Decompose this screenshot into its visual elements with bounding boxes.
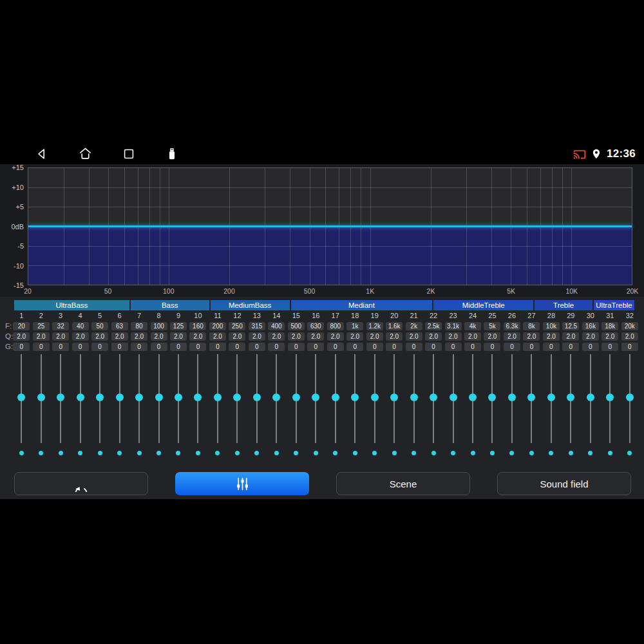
gain-slider-thumb[interactable] xyxy=(390,393,398,401)
channel-indicator-dot[interactable] xyxy=(215,451,220,455)
gain-slider-thumb[interactable] xyxy=(292,393,300,401)
channel-indicator-dot[interactable] xyxy=(569,451,573,455)
gain-slider-thumb[interactable] xyxy=(371,393,379,401)
gain-slider-thumb[interactable] xyxy=(194,393,202,401)
gain-value-chip: 0 xyxy=(170,343,187,351)
gain-slider-thumb[interactable] xyxy=(155,393,163,401)
channel-indicator-dot[interactable] xyxy=(353,451,357,455)
channel-indicator-dot[interactable] xyxy=(588,451,592,455)
q-value-chip: 2.0 xyxy=(366,332,383,341)
band-header-mediant: Mediant xyxy=(291,300,433,310)
channel-indicator-dot[interactable] xyxy=(392,451,397,455)
q-value-chip: 2.0 xyxy=(13,332,30,341)
gain-slider-thumb[interactable] xyxy=(233,393,241,401)
channel-indicator-dot[interactable] xyxy=(451,451,455,455)
channel-indicator-dot[interactable] xyxy=(176,451,180,455)
channel-indicator-dot[interactable] xyxy=(490,451,495,455)
gain-slider-thumb[interactable] xyxy=(527,393,535,401)
frequency-value-chip: 16k xyxy=(582,322,599,330)
q-value-chip: 2.0 xyxy=(425,332,442,341)
gain-slider-thumb[interactable] xyxy=(17,393,25,401)
q-value-chip: 2.0 xyxy=(543,332,560,341)
gain-slider-thumb[interactable] xyxy=(488,393,496,401)
channel-column: 0 xyxy=(561,342,580,351)
gain-slider-thumb[interactable] xyxy=(547,393,555,401)
channel-column: 29 xyxy=(561,311,580,320)
gain-slider-thumb[interactable] xyxy=(410,393,418,401)
channel-indicator-dot[interactable] xyxy=(78,451,82,455)
gain-slider-thumb[interactable] xyxy=(606,393,614,401)
gain-slider-thumb[interactable] xyxy=(312,393,319,401)
gain-slider-thumb[interactable] xyxy=(508,393,516,401)
home-icon[interactable] xyxy=(78,146,93,161)
channel-column xyxy=(424,450,443,455)
channel-number: 22 xyxy=(430,312,437,319)
gain-slider-thumb[interactable] xyxy=(37,393,45,401)
gain-slider-thumb[interactable] xyxy=(214,393,222,401)
channel-indicator-dot[interactable] xyxy=(471,451,475,455)
back-icon[interactable] xyxy=(35,147,49,161)
reset-button[interactable] xyxy=(14,472,148,495)
channel-indicator-dot[interactable] xyxy=(117,451,122,455)
channel-column xyxy=(12,450,31,455)
gain-slider-thumb[interactable] xyxy=(626,393,634,401)
y-tick-label: +15 xyxy=(0,164,24,171)
channel-indicator-dot[interactable] xyxy=(274,451,279,455)
channel-indicator-dot[interactable] xyxy=(294,451,298,455)
channel-indicator-dot[interactable] xyxy=(314,451,318,455)
frequency-value-chip: 10k xyxy=(543,322,560,330)
sound-field-button[interactable]: Sound field xyxy=(497,472,631,495)
gain-slider-thumb[interactable] xyxy=(135,393,143,401)
q-value-chip: 2.0 xyxy=(504,332,520,341)
channel-indicator-dot[interactable] xyxy=(39,451,43,455)
scene-button[interactable]: Scene xyxy=(336,472,470,495)
channel-indicator-dot[interactable] xyxy=(196,451,200,455)
gain-slider-thumb[interactable] xyxy=(567,393,574,401)
cast-icon[interactable] xyxy=(573,147,586,160)
channel-indicator-dot[interactable] xyxy=(608,451,612,455)
channel-column: 2.0 xyxy=(365,332,384,341)
channel-indicator-dot[interactable] xyxy=(19,451,24,455)
channel-indicator-dot[interactable] xyxy=(431,451,436,455)
channel-indicator-dot[interactable] xyxy=(509,451,514,455)
channel-indicator-dot[interactable] xyxy=(412,451,416,455)
channel-column: 0 xyxy=(542,342,561,351)
channel-column: 0 xyxy=(443,342,462,351)
channel-column xyxy=(208,450,227,455)
channel-column xyxy=(169,354,188,443)
gain-slider-thumb[interactable] xyxy=(77,393,84,401)
gain-slider-thumb[interactable] xyxy=(587,393,594,401)
gain-slider-thumb[interactable] xyxy=(469,393,477,401)
channel-indicator-dot[interactable] xyxy=(59,451,63,455)
gain-slider-thumb[interactable] xyxy=(351,393,359,401)
gain-slider-thumb[interactable] xyxy=(57,393,64,401)
channel-column: 1.2k xyxy=(365,321,384,330)
equalizer-tab-button[interactable] xyxy=(175,472,309,495)
channel-indicator-dot[interactable] xyxy=(156,451,161,455)
channel-indicator-dot[interactable] xyxy=(235,451,240,455)
channel-number: 20 xyxy=(390,312,398,319)
gain-slider-thumb[interactable] xyxy=(253,393,261,401)
db-gridline xyxy=(28,187,632,188)
recents-icon[interactable] xyxy=(122,147,136,161)
channel-column: 2.0 xyxy=(287,332,306,341)
channel-number: 27 xyxy=(527,312,535,319)
gain-slider-thumb[interactable] xyxy=(272,393,280,401)
channel-indicator-dot[interactable] xyxy=(137,451,142,455)
channel-column: 2.0 xyxy=(345,332,365,341)
channel-column: 0 xyxy=(306,342,325,351)
channel-column xyxy=(522,450,541,455)
channel-indicator-dot[interactable] xyxy=(529,451,534,455)
gain-slider-thumb[interactable] xyxy=(332,393,339,401)
channel-indicator-dot[interactable] xyxy=(254,451,259,455)
channel-indicator-dot[interactable] xyxy=(549,451,553,455)
gain-slider-thumb[interactable] xyxy=(430,393,437,401)
channel-indicator-dot[interactable] xyxy=(372,451,377,455)
channel-indicator-dot[interactable] xyxy=(98,451,102,455)
gain-slider-thumb[interactable] xyxy=(116,393,124,401)
gain-slider-thumb[interactable] xyxy=(175,393,182,401)
channel-indicator-dot[interactable] xyxy=(627,451,632,455)
gain-slider-thumb[interactable] xyxy=(450,393,457,401)
gain-slider-thumb[interactable] xyxy=(96,393,104,401)
channel-indicator-dot[interactable] xyxy=(333,451,337,455)
